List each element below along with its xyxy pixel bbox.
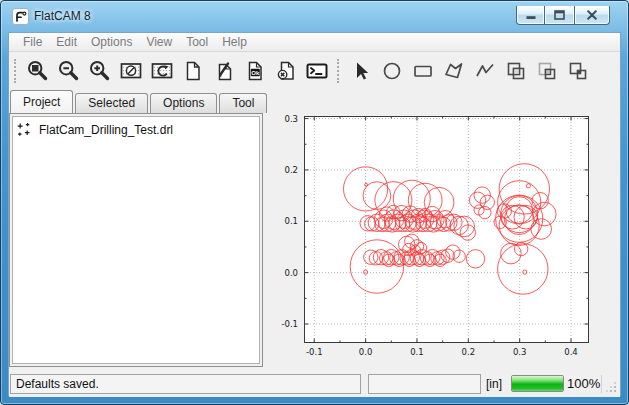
apply-ok-icon: Ok bbox=[243, 59, 267, 83]
zoom-in-icon bbox=[88, 59, 112, 83]
shell-icon bbox=[305, 59, 329, 83]
menu-view[interactable]: View bbox=[139, 33, 179, 51]
edit-object-icon bbox=[212, 59, 236, 83]
svg-text:0.1: 0.1 bbox=[284, 216, 298, 226]
delete-object-button[interactable] bbox=[270, 56, 301, 87]
clear-plot-icon bbox=[119, 59, 143, 83]
toolbar-handle[interactable] bbox=[14, 59, 16, 83]
statusbar: Defaults saved. [in] 100% bbox=[9, 371, 620, 397]
tab-project[interactable]: Project bbox=[10, 90, 73, 113]
menu-help[interactable]: Help bbox=[215, 33, 254, 51]
tree-item-label: FlatCam_Drilling_Test.drl bbox=[39, 123, 173, 137]
geometry-toolbar-handle[interactable] bbox=[337, 59, 339, 83]
delete-object-icon bbox=[274, 59, 298, 83]
zoom-out-button[interactable] bbox=[53, 56, 84, 87]
svg-text:0.2: 0.2 bbox=[284, 165, 298, 175]
draw-rectangle-button[interactable] bbox=[407, 56, 438, 87]
polygon-intersect-icon bbox=[535, 59, 559, 83]
maximize-button[interactable] bbox=[545, 6, 574, 25]
resize-grip-icon[interactable] bbox=[605, 381, 618, 394]
new-file-button[interactable] bbox=[177, 56, 208, 87]
zoom-fit-icon bbox=[26, 59, 50, 83]
progress-percent-label: 100% bbox=[567, 376, 600, 391]
edit-object-button[interactable] bbox=[208, 56, 239, 87]
tab-tool[interactable]: Tool bbox=[219, 93, 267, 113]
flatcam-logo-icon bbox=[12, 8, 29, 25]
app-window: FlatCAM 8 File Edit Options View Tool He… bbox=[0, 0, 629, 405]
replot-icon bbox=[150, 59, 174, 83]
replot-button[interactable] bbox=[146, 56, 177, 87]
maximize-icon bbox=[554, 10, 565, 20]
svg-text:Ok: Ok bbox=[251, 70, 260, 76]
tab-selected[interactable]: Selected bbox=[75, 93, 148, 113]
progress-fill bbox=[512, 376, 563, 391]
svg-text:0.1: 0.1 bbox=[410, 347, 424, 357]
zoom-out-icon bbox=[57, 59, 81, 83]
apply-ok-button[interactable]: Ok bbox=[239, 56, 270, 87]
shell-button[interactable] bbox=[301, 56, 332, 87]
svg-text:-0.1: -0.1 bbox=[281, 319, 298, 329]
svg-text:-0.1: -0.1 bbox=[306, 347, 323, 357]
client-area: File Edit Options View Tool Help bbox=[8, 32, 621, 396]
draw-polygon-icon bbox=[442, 59, 466, 83]
plot-area: -0.10.00.10.20.30.40.30.20.10.0-0.1 bbox=[264, 90, 620, 371]
tab-options[interactable]: Options bbox=[150, 93, 217, 113]
status-message: Defaults saved. bbox=[10, 374, 361, 394]
close-button[interactable] bbox=[574, 6, 610, 25]
polygon-union-button[interactable] bbox=[500, 56, 531, 87]
draw-circle-button[interactable] bbox=[376, 56, 407, 87]
menu-edit[interactable]: Edit bbox=[49, 33, 84, 51]
tree-item-drill-object[interactable]: FlatCam_Drilling_Test.drl bbox=[17, 122, 255, 137]
draw-path-button[interactable] bbox=[469, 56, 500, 87]
svg-text:0.3: 0.3 bbox=[513, 347, 527, 357]
zoom-fit-button[interactable] bbox=[22, 56, 53, 87]
draw-path-icon bbox=[473, 59, 497, 83]
select-icon bbox=[349, 59, 373, 83]
toolbar: Ok bbox=[9, 52, 620, 90]
svg-text:0.3: 0.3 bbox=[284, 114, 298, 124]
draw-polygon-button[interactable] bbox=[438, 56, 469, 87]
window-controls bbox=[516, 6, 610, 25]
status-separator bbox=[601, 375, 602, 393]
select-tool-button[interactable] bbox=[345, 56, 376, 87]
progress-bar bbox=[511, 375, 564, 392]
svg-text:0.0: 0.0 bbox=[359, 347, 373, 357]
menubar: File Edit Options View Tool Help bbox=[9, 33, 620, 52]
tabbar: Project Selected Options Tool bbox=[10, 90, 269, 113]
polygon-intersect-button[interactable] bbox=[531, 56, 562, 87]
minimize-icon bbox=[526, 10, 536, 20]
zoom-in-button[interactable] bbox=[84, 56, 115, 87]
polygon-union-icon bbox=[504, 59, 528, 83]
window-title: FlatCAM 8 bbox=[34, 9, 91, 23]
polygon-subtract-button[interactable] bbox=[562, 56, 593, 87]
titlebar[interactable]: FlatCAM 8 bbox=[1, 1, 628, 32]
clear-plot-button[interactable] bbox=[115, 56, 146, 87]
minimize-button[interactable] bbox=[516, 6, 545, 25]
plot-canvas[interactable]: -0.10.00.10.20.30.40.30.20.10.0-0.1 bbox=[264, 90, 620, 371]
new-file-icon bbox=[181, 59, 205, 83]
project-tree[interactable]: FlatCam_Drilling_Test.drl bbox=[12, 116, 260, 364]
menu-options[interactable]: Options bbox=[84, 33, 139, 51]
menu-file[interactable]: File bbox=[16, 33, 49, 51]
draw-rectangle-icon bbox=[411, 59, 435, 83]
svg-text:0.4: 0.4 bbox=[564, 347, 578, 357]
status-aux-box bbox=[368, 374, 481, 394]
svg-text:0.2: 0.2 bbox=[462, 347, 476, 357]
menu-tool[interactable]: Tool bbox=[179, 33, 215, 51]
svg-text:0.0: 0.0 bbox=[284, 268, 298, 278]
polygon-subtract-icon bbox=[566, 59, 590, 83]
close-icon bbox=[587, 10, 597, 20]
drill-object-icon bbox=[17, 122, 32, 137]
draw-circle-icon bbox=[380, 59, 404, 83]
project-panel: FlatCam_Drilling_Test.drl bbox=[9, 113, 263, 367]
units-label: [in] bbox=[486, 377, 502, 391]
